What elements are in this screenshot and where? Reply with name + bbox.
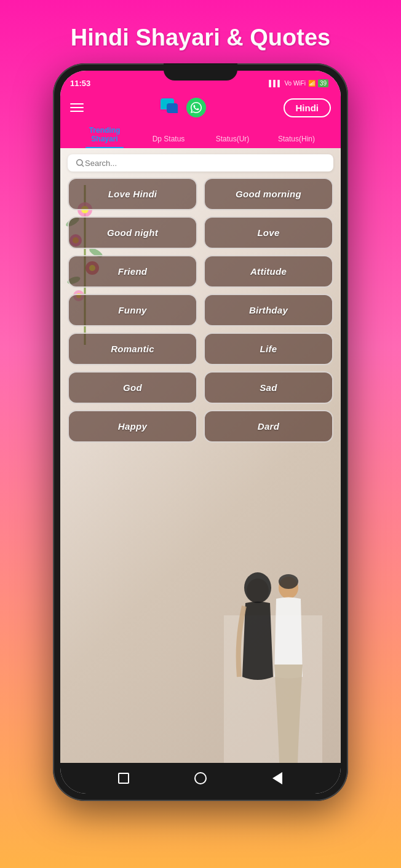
search-icon	[75, 158, 85, 168]
app-header: Hindi Trending Shayari Dp Status Status(…	[60, 93, 341, 148]
category-sad[interactable]: Sad	[204, 371, 333, 404]
svg-point-17	[77, 160, 82, 165]
chat-icon[interactable]	[161, 98, 181, 117]
svg-point-14	[244, 572, 271, 603]
wifi-icon: 📶	[308, 80, 316, 87]
tab-trending-shayari[interactable]: Trending Shayari	[73, 122, 137, 148]
category-funny[interactable]: Funny	[68, 294, 197, 326]
hindi-language-button[interactable]: Hindi	[284, 98, 332, 117]
tab-status-hin[interactable]: Status(Hin)	[264, 131, 328, 148]
status-time: 11:53	[70, 79, 90, 88]
category-dard[interactable]: Dard	[204, 410, 333, 443]
navigation-tabs: Trending Shayari Dp Status Status(Ur) St…	[70, 122, 331, 148]
couple-silhouette	[224, 554, 322, 763]
search-bar	[68, 154, 333, 172]
header-top: Hindi	[70, 98, 331, 122]
search-input[interactable]	[85, 159, 326, 168]
status-icons: ▌▌▌ Vo WiFi 📶 39	[269, 79, 328, 87]
category-good-morning[interactable]: Good morning	[204, 178, 333, 210]
header-icons	[161, 98, 206, 117]
category-good-night[interactable]: Good night	[68, 216, 197, 249]
nav-home-button[interactable]	[193, 770, 208, 786]
category-happy[interactable]: Happy	[68, 410, 197, 443]
app-title: Hindi Shayari & Quotes	[71, 25, 330, 51]
svg-point-16	[279, 574, 298, 589]
hamburger-menu[interactable]	[70, 103, 84, 112]
phone-notch	[164, 63, 237, 81]
phone-screen: 11:53 ▌▌▌ Vo WiFi 📶 39	[60, 71, 341, 794]
nav-triangle-icon	[272, 772, 282, 784]
category-love[interactable]: Love	[204, 216, 333, 249]
category-life[interactable]: Life	[204, 333, 333, 365]
category-friend[interactable]: Friend	[68, 255, 197, 288]
content-area: Love Hindi Good morning Good night Love …	[60, 148, 341, 763]
phone-frame: 11:53 ▌▌▌ Vo WiFi 📶 39	[53, 63, 348, 801]
chat-bubble-2	[167, 103, 178, 113]
nav-recent-button[interactable]	[269, 770, 285, 786]
battery-badge: 39	[318, 79, 328, 87]
tab-status-ur[interactable]: Status(Ur)	[200, 131, 264, 148]
category-god[interactable]: God	[68, 371, 197, 404]
category-attitude[interactable]: Attitude	[204, 255, 333, 288]
whatsapp-icon[interactable]	[186, 98, 206, 117]
nav-circle-icon	[194, 772, 207, 784]
categories-grid: Love Hindi Good morning Good night Love …	[60, 178, 341, 443]
nav-bar	[60, 763, 341, 794]
nav-back-button[interactable]	[116, 770, 132, 786]
category-birthday[interactable]: Birthday	[204, 294, 333, 326]
vo-wifi-label: Vo WiFi	[284, 80, 305, 87]
category-love-hindi[interactable]: Love Hindi	[68, 178, 197, 210]
category-romantic[interactable]: Romantic	[68, 333, 197, 365]
tab-dp-status[interactable]: Dp Status	[137, 131, 200, 148]
nav-square-icon	[118, 773, 129, 784]
svg-line-18	[82, 165, 84, 167]
signal-icon: ▌▌▌	[269, 80, 282, 87]
